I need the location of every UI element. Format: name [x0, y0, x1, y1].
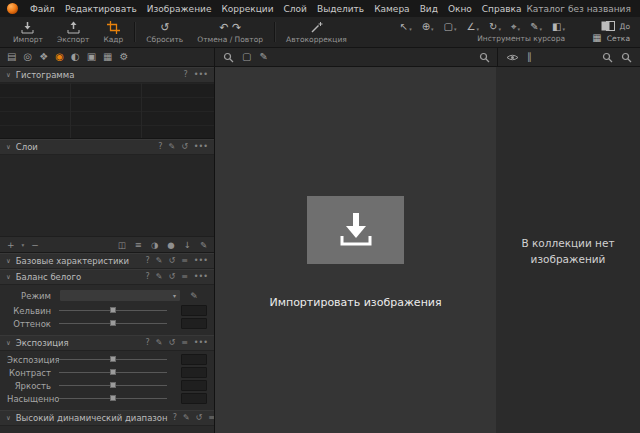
cursor-tool-spot[interactable]: ⌖▾: [511, 22, 520, 32]
import-images-button[interactable]: [307, 196, 404, 264]
layers-list[interactable]: [0, 155, 214, 236]
reset-icon[interactable]: ↺: [168, 273, 175, 281]
more-icon[interactable]: •••: [194, 257, 208, 265]
help-icon[interactable]: ?: [184, 71, 188, 79]
menu-item-help[interactable]: Справка: [477, 4, 527, 14]
menu-item-view[interactable]: Вид: [415, 4, 443, 14]
base-characteristics-header[interactable]: ∨ Базовые характеристики ? ✎ ↺ ≡ •••: [0, 253, 214, 269]
undo-redo-buttons[interactable]: ↶ ↷ Отмена / Повтор: [190, 17, 270, 47]
tab-details[interactable]: ▣: [87, 52, 96, 62]
cursor-tool-erase-mask[interactable]: ◧▾: [552, 22, 565, 32]
edit-icon[interactable]: ✎: [183, 414, 190, 422]
contrast-value-field[interactable]: [181, 367, 207, 378]
edit-icon[interactable]: ✎: [156, 257, 163, 265]
help-icon[interactable]: ?: [145, 257, 149, 265]
presets-icon[interactable]: ≡: [181, 273, 188, 281]
crop-button[interactable]: Кадр: [96, 17, 130, 47]
fill-mask-icon[interactable]: ↓: [184, 240, 191, 250]
more-icon[interactable]: •••: [194, 339, 208, 347]
layers-panel-header[interactable]: ∨ Слои ? ✎ ↺ •••: [0, 139, 214, 155]
reset-icon[interactable]: ↺: [168, 257, 175, 265]
redo-icon[interactable]: ↷: [232, 22, 241, 33]
exposure-slider-thumb[interactable]: [110, 356, 116, 362]
menu-item-file[interactable]: Файл: [25, 4, 60, 14]
cursor-tool-straighten[interactable]: ∠▾: [467, 22, 479, 32]
loupe-icon[interactable]: [223, 52, 234, 63]
more-icon[interactable]: •••: [194, 273, 208, 281]
brightness-slider[interactable]: [59, 379, 167, 392]
export-button[interactable]: Экспорт: [50, 17, 97, 47]
tab-lens[interactable]: ❖: [39, 52, 48, 62]
add-layer-caret-icon[interactable]: ▾: [22, 242, 25, 248]
kelvin-slider-thumb[interactable]: [110, 307, 116, 313]
contrast-slider-thumb[interactable]: [110, 369, 116, 375]
tab-metadata[interactable]: ▦: [103, 52, 112, 62]
autocorrect-button[interactable]: Автокоррекция: [279, 17, 354, 47]
exposure-value-field[interactable]: [181, 354, 207, 365]
help-icon[interactable]: ?: [145, 339, 149, 347]
viewer-zoom-icon[interactable]: [479, 52, 490, 63]
menu-item-edit[interactable]: Редактировать: [60, 4, 142, 14]
tab-capture[interactable]: ◎: [23, 52, 32, 62]
radial-mask-icon[interactable]: ●: [167, 240, 174, 250]
hdr-panel-header[interactable]: ∨ Высокий динамический диапазон ? ✎ ↺ ≡ …: [0, 410, 214, 426]
reset-button[interactable]: ↺ Сбросить: [139, 17, 190, 47]
histogram-panel-header[interactable]: ∨ Гистограмма ? •••: [0, 67, 214, 83]
menu-item-adjustments[interactable]: Коррекции: [216, 4, 278, 14]
import-button[interactable]: Импорт: [6, 17, 50, 47]
pause-icon[interactable]: ∥: [527, 52, 532, 62]
edit-icon[interactable]: ✎: [156, 339, 163, 347]
draw-mask-icon[interactable]: ✎: [200, 240, 207, 250]
eye-icon[interactable]: [506, 53, 519, 62]
reset-icon[interactable]: ↺: [168, 339, 175, 347]
menu-item-layer[interactable]: Слой: [279, 4, 312, 14]
tint-slider[interactable]: [59, 317, 167, 330]
cursor-tool-rotate[interactable]: ↻▾: [489, 22, 501, 32]
help-icon[interactable]: ?: [158, 143, 162, 151]
help-icon[interactable]: ?: [145, 273, 149, 281]
before-toggle[interactable]: До: [601, 21, 630, 31]
kelvin-value-field[interactable]: [181, 305, 207, 316]
help-icon[interactable]: ?: [173, 414, 177, 422]
search-icon[interactable]: [621, 52, 632, 63]
menu-item-image[interactable]: Изображение: [142, 4, 217, 14]
browser-zoom-icon[interactable]: [602, 52, 613, 63]
add-layer-button[interactable]: +: [7, 240, 15, 250]
more-icon[interactable]: •••: [194, 143, 208, 151]
kelvin-slider[interactable]: [59, 304, 167, 317]
menu-item-camera[interactable]: Камера: [369, 4, 414, 14]
menu-item-select[interactable]: Выделить: [312, 4, 369, 14]
presets-icon[interactable]: ≡: [208, 414, 215, 422]
mask-options-icon[interactable]: ≡: [135, 240, 142, 250]
undo-icon[interactable]: ↶: [219, 22, 228, 33]
cursor-tool-crop[interactable]: ▢▾: [444, 22, 457, 32]
presets-icon[interactable]: ≡: [181, 257, 188, 265]
edit-icon[interactable]: ✎: [168, 143, 175, 151]
reset-icon[interactable]: ↺: [196, 414, 203, 422]
edit-icon[interactable]: ✎: [156, 273, 163, 281]
wb-picker-icon[interactable]: ✎: [181, 291, 207, 301]
contrast-slider[interactable]: [59, 366, 167, 379]
tint-slider-thumb[interactable]: [110, 320, 116, 326]
cursor-tool-select[interactable]: ↖▾: [400, 22, 412, 32]
brightness-slider-thumb[interactable]: [110, 382, 116, 388]
cursor-tool-zoom[interactable]: ⊕▾: [422, 22, 434, 32]
import-images-label[interactable]: Импортировать изображения: [215, 296, 496, 309]
reset-icon[interactable]: ↺: [181, 143, 188, 151]
menu-item-window[interactable]: Окно: [443, 4, 477, 14]
presets-icon[interactable]: ≡: [181, 339, 188, 347]
saturation-value-field[interactable]: [181, 393, 207, 404]
remove-layer-button[interactable]: −: [31, 240, 39, 250]
annotate-pen-icon[interactable]: ✎: [259, 52, 267, 62]
saturation-slider-thumb[interactable]: [110, 395, 116, 401]
copy-mask-icon[interactable]: ◫: [118, 240, 126, 250]
brightness-value-field[interactable]: [181, 380, 207, 391]
white-balance-header[interactable]: ∨ Баланс белого ? ✎ ↺ ≡ •••: [0, 269, 214, 285]
grid-toggle[interactable]: ▦ Сетка: [592, 33, 630, 43]
tab-exposure[interactable]: ◐: [71, 52, 80, 62]
tab-library[interactable]: ▤: [7, 52, 16, 62]
gradient-mask-icon[interactable]: ◑: [151, 240, 158, 250]
exposure-panel-header[interactable]: ∨ Экспозиция ? ✎ ↺ ≡ •••: [0, 335, 214, 351]
proof-frame-icon[interactable]: ▢: [242, 52, 251, 62]
tab-color-active[interactable]: ◉: [55, 52, 64, 62]
